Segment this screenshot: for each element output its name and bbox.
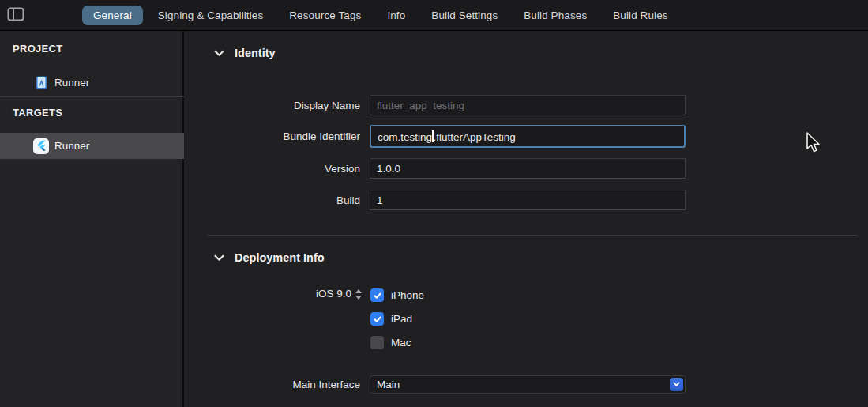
mac-checkbox-label: Mac xyxy=(391,337,411,349)
tab-strip: General Signing & Capabilities Resource … xyxy=(93,0,668,31)
chevron-down-icon xyxy=(673,382,680,387)
stepper-down-icon xyxy=(355,296,362,300)
sidebar-section-targets: TARGETS xyxy=(13,107,62,119)
project-navigator-sidebar: PROJECT Runner TARGETS Runner xyxy=(0,31,184,407)
deployment-info-section-header[interactable]: Deployment Info xyxy=(214,251,325,264)
tab-general[interactable]: General xyxy=(82,6,143,25)
version-input[interactable] xyxy=(370,158,686,179)
flutter-icon xyxy=(33,138,49,154)
tab-build-rules[interactable]: Build Rules xyxy=(613,9,667,21)
bundle-identifier-label: Bundle Identifier xyxy=(186,130,360,142)
general-settings-pane: Identity Display Name Bundle Identifier … xyxy=(186,31,868,407)
mac-checkbox[interactable] xyxy=(370,336,384,349)
xcode-window: General Signing & Capabilities Resource … xyxy=(0,0,868,407)
display-name-label: Display Name xyxy=(186,100,360,111)
bundle-identifier-value: com.testing.flutterAppTesting xyxy=(378,130,516,143)
sidebar-item-target-runner[interactable]: Runner xyxy=(0,133,184,159)
main-interface-dropdown[interactable]: Main xyxy=(370,375,686,394)
tab-signing-capabilities[interactable]: Signing & Capabilities xyxy=(158,9,264,21)
stepper-up-icon xyxy=(355,289,362,293)
identity-section-header[interactable]: Identity xyxy=(214,47,276,59)
tab-resource-tags[interactable]: Resource Tags xyxy=(289,9,361,21)
dropdown-chevron-button[interactable] xyxy=(670,378,683,391)
chevron-down-icon[interactable] xyxy=(214,50,224,57)
section-title: Identity xyxy=(235,47,276,59)
sidebar-section-project: PROJECT xyxy=(13,43,63,55)
main-interface-value: Main xyxy=(370,379,400,390)
tab-build-settings[interactable]: Build Settings xyxy=(431,9,498,21)
version-stepper[interactable] xyxy=(355,288,362,300)
sidebar-item-label: Runner xyxy=(54,140,89,152)
sidebar-toggle-button[interactable] xyxy=(6,8,25,23)
xcode-project-icon xyxy=(35,76,48,89)
tab-build-phases[interactable]: Build Phases xyxy=(524,9,587,21)
build-label: Build xyxy=(186,194,360,206)
sidebar-item-project-runner[interactable]: Runner xyxy=(0,71,184,93)
tab-info[interactable]: Info xyxy=(387,9,405,21)
version-label: Version xyxy=(186,163,360,175)
sidebar-toggle-icon xyxy=(7,7,24,24)
iphone-checkbox-label: iPhone xyxy=(391,289,424,301)
display-name-input[interactable] xyxy=(370,95,686,115)
ipad-checkbox[interactable] xyxy=(370,312,384,326)
bundle-identifier-input[interactable]: com.testing.flutterAppTesting xyxy=(370,125,686,148)
section-title: Deployment Info xyxy=(235,251,325,264)
section-divider xyxy=(207,235,857,236)
ipad-checkbox-label: iPad xyxy=(391,313,412,325)
editor-tab-bar: General Signing & Capabilities Resource … xyxy=(0,0,868,31)
sidebar-item-label: Runner xyxy=(54,77,89,89)
mouse-cursor xyxy=(806,132,825,157)
iphone-checkbox[interactable] xyxy=(370,288,384,302)
build-input[interactable] xyxy=(370,190,686,210)
main-interface-label: Main Interface xyxy=(186,379,360,390)
ios-deployment-target-value: iOS 9.0 xyxy=(316,288,351,300)
chevron-down-icon[interactable] xyxy=(214,254,224,262)
sidebar-divider xyxy=(0,96,184,97)
